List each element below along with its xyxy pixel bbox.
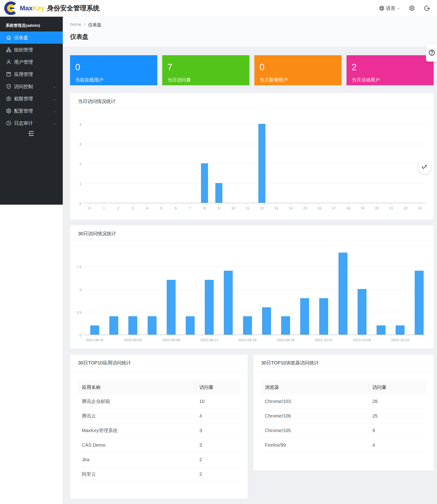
bar [186, 316, 195, 335]
visits-cell: 2 [196, 472, 240, 477]
x-axis-tick-label: 2022-09-12 [194, 338, 225, 342]
sidebar-item-label: 组织管理 [14, 47, 33, 53]
y-axis-tick-label: 0 [70, 201, 81, 205]
sidebar-item-permissions[interactable]: 权限管理 [0, 93, 63, 105]
bar [90, 325, 99, 335]
sidebar-item-label: 应用管理 [14, 71, 33, 78]
table-row: 腾讯企业邮箱 10 [78, 394, 240, 409]
axis-tick-mark [248, 203, 248, 205]
chevron-down-icon [53, 109, 56, 113]
column-header: 浏览器 [261, 384, 368, 390]
sidebar-item-dashboard[interactable]: 仪表盘 [0, 31, 63, 44]
sidebar-item-configuration[interactable]: 配置管理 [0, 105, 63, 117]
sidebar-item-applications[interactable]: 应用管理 [0, 68, 63, 80]
axis-tick-mark [161, 203, 162, 205]
column-header: 访问量 [196, 384, 240, 390]
breadcrumb-current: 仪表盘 [88, 22, 101, 28]
visits-cell: 25 [368, 413, 426, 419]
stat-card-online-users: 0 当前在线用户 [70, 55, 157, 85]
globe-icon [379, 5, 385, 11]
app-name-cell: CAS Demo [78, 442, 196, 448]
gridline [84, 144, 426, 144]
brand-key: Key [32, 4, 44, 12]
axis-tick-mark [305, 203, 305, 205]
x-axis-tick-label: 2022-08-31 [79, 338, 110, 342]
axis-tick-mark [362, 335, 362, 337]
table-row: CAS Demo 3 [78, 438, 240, 453]
visits-cell: 28 [368, 399, 426, 404]
x-axis-tick-label: 2022-10-07 [308, 338, 339, 342]
bar [201, 163, 208, 203]
y-axis-tick-label: 4 [70, 122, 81, 126]
breadcrumb-home-link[interactable]: home [70, 22, 81, 28]
app-header: MaxKey身份安全管理系统 语言 [0, 0, 437, 17]
axis-tick-mark [286, 335, 286, 337]
card-title: 30日TOP10浏览器访问统计 [261, 360, 319, 366]
axis-tick-mark [348, 203, 348, 205]
gridline [84, 164, 426, 164]
theme-customize-button[interactable] [418, 161, 431, 174]
app-name-cell: 腾讯企业邮箱 [78, 398, 196, 405]
bar [109, 316, 118, 335]
magic-wand-icon [421, 164, 428, 171]
gridline [84, 183, 426, 184]
axis-tick-mark [262, 203, 262, 205]
app-name-cell: 阿里云 [78, 471, 196, 477]
table-header-row: 浏览器 访问量 [261, 380, 426, 394]
stat-value: 0 [75, 63, 157, 72]
sidebar-item-access-control[interactable]: 访问控制 [0, 80, 63, 93]
axis-tick-mark [176, 203, 176, 205]
sidebar-item-users[interactable]: 用户管理 [0, 56, 63, 68]
language-menu[interactable]: 语言 [379, 5, 400, 11]
visits-cell: 3 [196, 442, 240, 448]
axis-tick-mark [391, 203, 391, 205]
gridline [84, 266, 426, 267]
question-circle-icon [428, 49, 435, 56]
top-apps-card: 30日TOP10应用访问统计 应用名称 访问量 腾讯企业邮箱 10 腾讯云 4 … [70, 354, 248, 499]
card-title: 30日访问情况统计 [78, 231, 116, 237]
card-title: 当日访问情况统计 [78, 98, 116, 105]
axis-tick-mark [205, 203, 205, 205]
sidebar-item-label: 用户管理 [14, 59, 33, 65]
chevron-down-icon [397, 7, 400, 10]
app-name-cell: Jira [78, 457, 196, 462]
daily-visits-bar-chart: 0123401234567891011121314151617181920212… [84, 113, 426, 203]
bar [262, 307, 271, 335]
gridline [84, 335, 426, 335]
shield-check-icon [6, 84, 11, 89]
gridline [84, 203, 426, 203]
axis-tick-mark [334, 203, 334, 205]
axis-tick-mark [400, 335, 400, 337]
table-row: Chrome/106 25 [261, 409, 426, 423]
browser-cell: Chrome/103 [261, 399, 368, 404]
bar [338, 252, 348, 335]
menu-fold-icon[interactable] [28, 130, 35, 136]
axis-tick-mark [95, 335, 95, 337]
stat-value: 7 [167, 63, 249, 72]
user-icon [6, 59, 11, 65]
axis-tick-mark [362, 203, 363, 205]
breadcrumb-separator: / [84, 22, 85, 28]
top-apps-table: 应用名称 访问量 腾讯企业邮箱 10 腾讯云 4 MaxKey管理系统 3 CA… [78, 380, 240, 482]
axis-tick-mark [118, 203, 119, 205]
axis-tick-mark [219, 203, 219, 205]
divider [253, 371, 434, 372]
table-row: Firefox/99 4 [261, 438, 426, 453]
axis-tick-mark [190, 203, 190, 205]
sidebar-item-audit-log[interactable]: 日志审计 [0, 117, 63, 129]
bar [358, 289, 367, 335]
maxkey-logo-icon [4, 1, 18, 16]
sidebar-item-organization[interactable]: 组织管理 [0, 44, 63, 56]
breadcrumb: home / 仪表盘 [70, 22, 101, 28]
settings-gear-icon[interactable] [409, 5, 415, 11]
table-row: Chrome/103 28 [261, 394, 426, 409]
logout-icon[interactable] [424, 5, 430, 11]
axis-tick-mark [324, 335, 324, 337]
config-gear-icon [6, 108, 11, 114]
visits-cell: 10 [196, 399, 240, 404]
help-button[interactable] [426, 44, 437, 62]
sidebar-user-title: 系统管理员(admin) [0, 17, 63, 31]
top-browsers-card: 30日TOP10浏览器访问统计 浏览器 访问量 Chrome/103 28 Ch… [253, 354, 434, 471]
bar [377, 325, 386, 335]
bar [415, 271, 424, 335]
